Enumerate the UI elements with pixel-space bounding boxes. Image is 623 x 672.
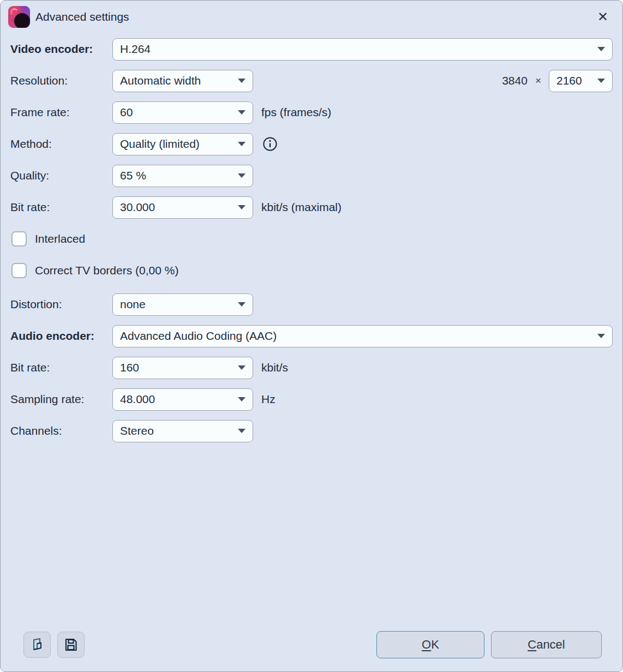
advanced-settings-dialog: Advanced settings ✕ Video encoder: H.264… bbox=[0, 0, 623, 672]
load-preset-button[interactable] bbox=[23, 632, 51, 658]
video-bit-rate-unit: kbit/s (maximal) bbox=[261, 201, 342, 214]
audio-bit-rate-unit: kbit/s bbox=[261, 361, 288, 374]
frame-rate-row: Frame rate: 60 fps (frames/s) bbox=[10, 97, 613, 128]
distortion-select[interactable]: none bbox=[112, 293, 253, 316]
audio-encoder-row: Audio encoder: Advanced Audio Coding (AA… bbox=[10, 320, 613, 352]
app-logo-icon bbox=[8, 6, 30, 28]
channels-row: Channels: Stereo bbox=[10, 415, 613, 447]
quality-label: Quality: bbox=[10, 169, 112, 182]
chevron-down-icon bbox=[238, 142, 245, 146]
audio-bit-rate-select[interactable]: 160 bbox=[112, 357, 253, 379]
video-bit-rate-select[interactable]: 30.000 bbox=[112, 196, 253, 219]
interlaced-checkbox[interactable] bbox=[11, 231, 27, 247]
ok-button[interactable]: OK bbox=[376, 631, 484, 658]
chevron-down-icon bbox=[238, 173, 245, 178]
video-encoder-select[interactable]: H.264 bbox=[112, 38, 613, 61]
frame-rate-unit: fps (frames/s) bbox=[261, 106, 331, 119]
chevron-down-icon bbox=[597, 334, 605, 338]
channels-label: Channels: bbox=[10, 424, 112, 437]
interlaced-row: Interlaced bbox=[10, 223, 613, 255]
method-label: Method: bbox=[10, 137, 112, 151]
correct-tv-borders-checkbox[interactable] bbox=[11, 263, 27, 278]
resolution-label: Resolution: bbox=[10, 74, 112, 87]
chevron-down-icon bbox=[238, 110, 245, 115]
sampling-rate-unit: Hz bbox=[261, 393, 275, 406]
distortion-row: Distortion: none bbox=[10, 289, 613, 320]
floppy-disk-icon bbox=[63, 637, 79, 652]
correct-tv-borders-row: Correct TV borders (0,00 %) bbox=[10, 255, 613, 286]
chevron-down-icon bbox=[238, 397, 245, 401]
video-bit-rate-row: Bit rate: 30.000 kbit/s (maximal) bbox=[10, 191, 613, 223]
chevron-down-icon bbox=[238, 205, 245, 209]
channels-select[interactable]: Stereo bbox=[112, 420, 253, 442]
chevron-down-icon bbox=[238, 79, 245, 83]
audio-encoder-select[interactable]: Advanced Audio Coding (AAC) bbox=[112, 325, 613, 347]
chevron-down-icon bbox=[238, 302, 245, 307]
cancel-button[interactable]: Cancel bbox=[491, 631, 602, 658]
multiply-icon: × bbox=[535, 75, 541, 87]
audio-bit-rate-row: Bit rate: 160 kbit/s bbox=[10, 352, 613, 383]
frame-rate-select[interactable]: 60 bbox=[112, 101, 253, 124]
sampling-rate-label: Sampling rate: bbox=[10, 393, 112, 406]
correct-tv-borders-label: Correct TV borders (0,00 %) bbox=[35, 264, 178, 277]
quality-row: Quality: 65 % bbox=[10, 160, 613, 191]
video-bit-rate-label: Bit rate: bbox=[10, 201, 112, 214]
video-encoder-label: Video encoder: bbox=[10, 43, 112, 56]
close-icon[interactable]: ✕ bbox=[597, 10, 608, 23]
settings-form: Video encoder: H.264 Resolution: Automat… bbox=[1, 33, 622, 671]
save-preset-button[interactable] bbox=[57, 632, 85, 658]
chevron-down-icon bbox=[597, 79, 605, 83]
chevron-down-icon bbox=[238, 365, 245, 370]
resolution-height-select[interactable]: 2160 bbox=[549, 70, 613, 92]
distortion-label: Distortion: bbox=[10, 298, 112, 311]
frame-rate-label: Frame rate: bbox=[10, 106, 112, 119]
chevron-down-icon bbox=[597, 47, 605, 51]
quality-select[interactable]: 65 % bbox=[112, 165, 253, 187]
sampling-rate-select[interactable]: 48.000 bbox=[112, 388, 253, 411]
resolution-row: Resolution: Automatic width 3840 × 2160 bbox=[10, 65, 613, 97]
method-row: Method: Quality (limited) bbox=[10, 128, 613, 160]
resolution-values: 3840 × 2160 bbox=[502, 70, 613, 92]
title-bar: Advanced settings ✕ bbox=[1, 1, 622, 33]
method-select[interactable]: Quality (limited) bbox=[112, 133, 253, 155]
open-folder-icon bbox=[29, 637, 45, 652]
video-encoder-row: Video encoder: H.264 bbox=[10, 33, 613, 65]
audio-bit-rate-label: Bit rate: bbox=[10, 361, 112, 374]
info-icon[interactable] bbox=[262, 136, 278, 152]
interlaced-label: Interlaced bbox=[35, 232, 85, 245]
sampling-rate-row: Sampling rate: 48.000 Hz bbox=[10, 383, 613, 415]
dialog-title: Advanced settings bbox=[35, 10, 129, 23]
resolution-width-value: 3840 bbox=[502, 74, 528, 87]
chevron-down-icon bbox=[238, 429, 245, 433]
dialog-footer: OK Cancel bbox=[10, 631, 613, 671]
audio-encoder-label: Audio encoder: bbox=[10, 329, 112, 343]
resolution-mode-select[interactable]: Automatic width bbox=[112, 70, 253, 92]
